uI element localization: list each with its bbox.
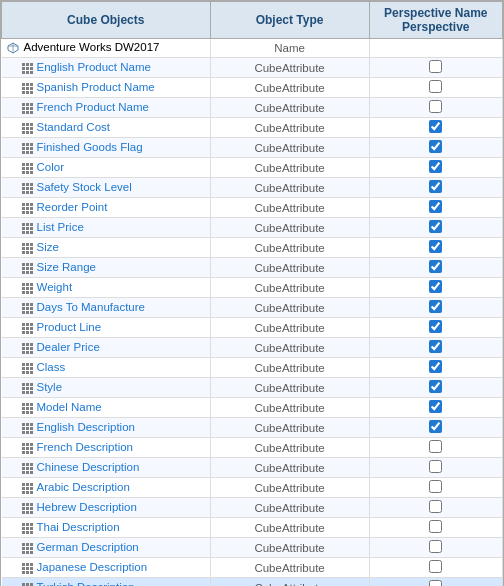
row-name: French Description bbox=[37, 441, 134, 453]
row-perspective[interactable] bbox=[369, 558, 502, 578]
perspective-checkbox[interactable] bbox=[429, 500, 442, 513]
attribute-icon bbox=[22, 103, 33, 114]
perspective-checkbox[interactable] bbox=[429, 360, 442, 373]
table-row: Japanese DescriptionCubeAttribute bbox=[2, 558, 503, 578]
row-perspective[interactable] bbox=[369, 458, 502, 478]
row-perspective[interactable] bbox=[369, 78, 502, 98]
row-perspective[interactable] bbox=[369, 198, 502, 218]
perspective-checkbox[interactable] bbox=[429, 560, 442, 573]
attribute-icon bbox=[22, 63, 33, 74]
row-perspective[interactable] bbox=[369, 358, 502, 378]
perspective-checkbox[interactable] bbox=[429, 260, 442, 273]
perspective-checkbox[interactable] bbox=[429, 80, 442, 93]
perspective-checkbox[interactable] bbox=[429, 480, 442, 493]
table-row: SizeCubeAttribute bbox=[2, 238, 503, 258]
row-type: CubeAttribute bbox=[210, 398, 369, 418]
row-name: Chinese Description bbox=[37, 461, 140, 473]
perspective-checkbox[interactable] bbox=[429, 200, 442, 213]
perspective-checkbox[interactable] bbox=[429, 340, 442, 353]
row-perspective[interactable] bbox=[369, 278, 502, 298]
row-name: Safety Stock Level bbox=[37, 181, 132, 193]
table-row: Thai DescriptionCubeAttribute bbox=[2, 518, 503, 538]
row-type: CubeAttribute bbox=[210, 218, 369, 238]
perspective-checkbox[interactable] bbox=[429, 420, 442, 433]
perspective-checkbox[interactable] bbox=[429, 440, 442, 453]
row-perspective[interactable] bbox=[369, 498, 502, 518]
row-perspective[interactable] bbox=[369, 418, 502, 438]
perspective-checkbox[interactable] bbox=[429, 380, 442, 393]
row-perspective[interactable] bbox=[369, 398, 502, 418]
row-perspective[interactable] bbox=[369, 578, 502, 587]
attribute-icon bbox=[22, 283, 33, 294]
row-perspective[interactable] bbox=[369, 478, 502, 498]
row-name: Spanish Product Name bbox=[37, 81, 155, 93]
row-perspective[interactable] bbox=[369, 178, 502, 198]
perspective-checkbox[interactable] bbox=[429, 60, 442, 73]
row-perspective[interactable] bbox=[369, 438, 502, 458]
row-perspective[interactable] bbox=[369, 118, 502, 138]
row-type: CubeAttribute bbox=[210, 318, 369, 338]
row-perspective[interactable] bbox=[369, 238, 502, 258]
row-perspective[interactable] bbox=[369, 39, 502, 58]
row-perspective[interactable] bbox=[369, 218, 502, 238]
row-type: CubeAttribute bbox=[210, 258, 369, 278]
perspective-checkbox[interactable] bbox=[429, 220, 442, 233]
perspective-checkbox[interactable] bbox=[429, 240, 442, 253]
row-type: CubeAttribute bbox=[210, 358, 369, 378]
row-type: CubeAttribute bbox=[210, 138, 369, 158]
table-row: Spanish Product NameCubeAttribute bbox=[2, 78, 503, 98]
perspective-checkbox[interactable] bbox=[429, 280, 442, 293]
attribute-icon bbox=[22, 523, 33, 534]
row-perspective[interactable] bbox=[369, 518, 502, 538]
table-row: Dealer PriceCubeAttribute bbox=[2, 338, 503, 358]
attribute-icon bbox=[22, 363, 33, 374]
row-name: Style bbox=[37, 381, 63, 393]
row-perspective[interactable] bbox=[369, 298, 502, 318]
table-row: Product LineCubeAttribute bbox=[2, 318, 503, 338]
row-perspective[interactable] bbox=[369, 378, 502, 398]
row-name: Japanese Description bbox=[37, 561, 148, 573]
row-perspective[interactable] bbox=[369, 258, 502, 278]
row-type: CubeAttribute bbox=[210, 178, 369, 198]
perspective-checkbox[interactable] bbox=[429, 180, 442, 193]
row-perspective[interactable] bbox=[369, 538, 502, 558]
attribute-icon bbox=[22, 563, 33, 574]
table-row: German DescriptionCubeAttribute bbox=[2, 538, 503, 558]
row-perspective[interactable] bbox=[369, 158, 502, 178]
row-perspective[interactable] bbox=[369, 98, 502, 118]
row-type: CubeAttribute bbox=[210, 498, 369, 518]
row-name: List Price bbox=[37, 221, 84, 233]
row-type: CubeAttribute bbox=[210, 158, 369, 178]
table-row: Days To ManufactureCubeAttribute bbox=[2, 298, 503, 318]
row-name: Product Line bbox=[37, 321, 102, 333]
attribute-icon bbox=[22, 543, 33, 554]
row-perspective[interactable] bbox=[369, 58, 502, 78]
col-header-perspective: Perspective Name Perspective bbox=[369, 2, 502, 39]
perspective-checkbox[interactable] bbox=[429, 140, 442, 153]
row-name: English Product Name bbox=[37, 61, 151, 73]
row-name: Reorder Point bbox=[37, 201, 108, 213]
row-type: CubeAttribute bbox=[210, 518, 369, 538]
perspective-checkbox[interactable] bbox=[429, 460, 442, 473]
table-row: English Product NameCubeAttribute bbox=[2, 58, 503, 78]
row-perspective[interactable] bbox=[369, 338, 502, 358]
perspective-checkbox[interactable] bbox=[429, 100, 442, 113]
attribute-icon bbox=[22, 463, 33, 474]
attribute-icon bbox=[22, 143, 33, 154]
cube-objects-table: Cube Objects Object Type Perspective Nam… bbox=[0, 0, 504, 586]
perspective-checkbox[interactable] bbox=[429, 400, 442, 413]
row-name: Color bbox=[37, 161, 64, 173]
perspective-checkbox[interactable] bbox=[429, 300, 442, 313]
perspective-checkbox[interactable] bbox=[429, 540, 442, 553]
attribute-icon bbox=[22, 223, 33, 234]
perspective-checkbox[interactable] bbox=[429, 520, 442, 533]
perspective-checkbox[interactable] bbox=[429, 320, 442, 333]
row-type: CubeAttribute bbox=[210, 538, 369, 558]
perspective-checkbox[interactable] bbox=[429, 580, 442, 586]
table-row: Model NameCubeAttribute bbox=[2, 398, 503, 418]
row-perspective[interactable] bbox=[369, 138, 502, 158]
attribute-icon bbox=[22, 303, 33, 314]
row-perspective[interactable] bbox=[369, 318, 502, 338]
perspective-checkbox[interactable] bbox=[429, 160, 442, 173]
perspective-checkbox[interactable] bbox=[429, 120, 442, 133]
